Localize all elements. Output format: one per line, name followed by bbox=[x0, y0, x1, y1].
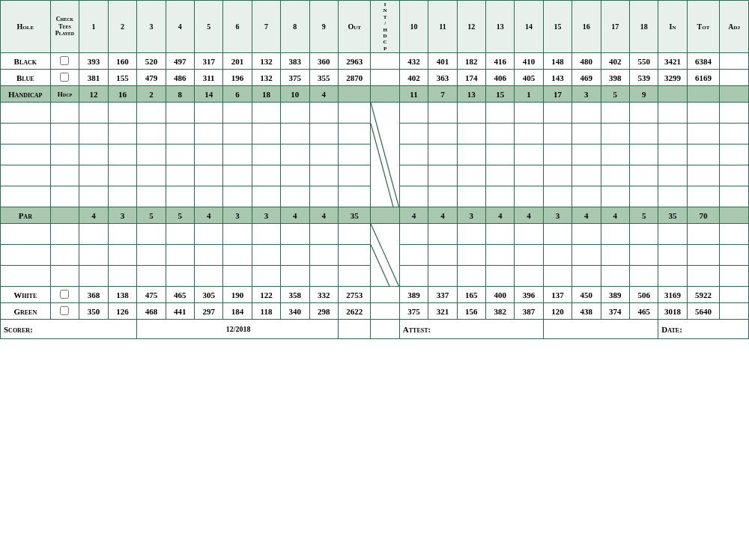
blue-2: 155 bbox=[108, 70, 136, 86]
par-check bbox=[50, 207, 79, 224]
attest-label: Attest: bbox=[399, 320, 543, 339]
green-3: 468 bbox=[137, 303, 166, 320]
handicap-2: 16 bbox=[108, 86, 136, 103]
hole-9-header: 9 bbox=[309, 1, 338, 53]
handicap-9: 4 bbox=[309, 86, 338, 103]
par-9: 4 bbox=[309, 207, 338, 224]
player-row-1 bbox=[1, 103, 749, 124]
white-checkbox-cell[interactable] bbox=[50, 287, 79, 303]
blue-16: 469 bbox=[572, 70, 601, 86]
handicap-row: Handicap Hdcp 12 16 2 8 14 6 18 10 4 11 … bbox=[1, 86, 749, 103]
white-1: 368 bbox=[79, 287, 108, 303]
white-11: 337 bbox=[428, 287, 457, 303]
date-label: Date: bbox=[658, 320, 749, 339]
date-center: 12/2018 bbox=[137, 320, 339, 339]
handicap-17: 5 bbox=[601, 86, 629, 103]
black-4: 497 bbox=[166, 53, 194, 70]
par-2: 3 bbox=[108, 207, 136, 224]
hole-12-header: 12 bbox=[457, 1, 485, 53]
handicap-label: Handicap bbox=[1, 86, 51, 103]
hole-8-header: 8 bbox=[281, 1, 309, 53]
green-11: 321 bbox=[428, 303, 457, 320]
black-15: 148 bbox=[543, 53, 571, 70]
black-17: 402 bbox=[601, 53, 629, 70]
blue-18: 539 bbox=[629, 70, 658, 86]
green-9: 298 bbox=[309, 303, 338, 320]
handicap-hdcp: Hdcp bbox=[50, 86, 79, 103]
handicap-1: 12 bbox=[79, 86, 108, 103]
blue-7: 132 bbox=[252, 70, 280, 86]
green-in: 3018 bbox=[658, 303, 687, 320]
black-checkbox[interactable] bbox=[60, 56, 69, 65]
handicap-7: 18 bbox=[252, 86, 280, 103]
green-tee-row: Green 350 126 468 441 297 184 118 340 29… bbox=[1, 303, 749, 320]
green-14: 387 bbox=[515, 303, 543, 320]
par-12: 3 bbox=[457, 207, 485, 224]
hole-7-header: 7 bbox=[252, 1, 280, 53]
handicap-out bbox=[338, 86, 371, 103]
black-7: 132 bbox=[252, 53, 280, 70]
white-out: 2753 bbox=[338, 287, 371, 303]
green-label: Green bbox=[1, 303, 51, 320]
par-8: 4 bbox=[281, 207, 309, 224]
hole-11-header: 11 bbox=[428, 1, 457, 53]
white-10: 389 bbox=[399, 287, 428, 303]
green-5: 297 bbox=[194, 303, 222, 320]
white-adj bbox=[720, 287, 749, 303]
handicap-4: 8 bbox=[166, 86, 194, 103]
handicap-6: 6 bbox=[223, 86, 252, 103]
blue-11: 363 bbox=[428, 70, 457, 86]
footer-blank3 bbox=[543, 320, 658, 339]
par-tot: 70 bbox=[687, 207, 720, 224]
green-10: 375 bbox=[399, 303, 428, 320]
white-checkbox[interactable] bbox=[60, 290, 69, 299]
check-tees-header: CheckTeesPlayed bbox=[50, 1, 79, 53]
hole-1-header: 1 bbox=[79, 1, 108, 53]
green-8: 340 bbox=[281, 303, 309, 320]
black-2: 160 bbox=[108, 53, 136, 70]
handicap-5: 14 bbox=[194, 86, 222, 103]
hole-15-header: 15 bbox=[543, 1, 571, 53]
green-adj bbox=[720, 303, 749, 320]
blue-tot: 6169 bbox=[687, 70, 720, 86]
black-checkbox-cell[interactable] bbox=[50, 53, 79, 70]
green-12: 156 bbox=[457, 303, 485, 320]
green-16: 438 bbox=[572, 303, 601, 320]
white-in: 3169 bbox=[658, 287, 687, 303]
blue-1: 381 bbox=[79, 70, 108, 86]
tot-header: Tot bbox=[687, 1, 720, 53]
white-14: 396 bbox=[515, 287, 543, 303]
blue-17: 398 bbox=[601, 70, 629, 86]
blue-checkbox[interactable] bbox=[60, 73, 69, 82]
blue-in: 3299 bbox=[658, 70, 687, 86]
blue-10: 402 bbox=[399, 70, 428, 86]
white-2: 138 bbox=[108, 287, 136, 303]
handicap-11: 7 bbox=[428, 86, 457, 103]
player-row-6 bbox=[1, 224, 749, 245]
green-4: 441 bbox=[166, 303, 194, 320]
svg-line-1 bbox=[371, 124, 398, 207]
green-checkbox-cell[interactable] bbox=[50, 303, 79, 320]
blue-6: 196 bbox=[223, 70, 252, 86]
black-tot: 6384 bbox=[687, 53, 720, 70]
out-header: Out bbox=[338, 1, 371, 53]
blue-label: Blue bbox=[1, 70, 51, 86]
handicap-13: 15 bbox=[486, 86, 515, 103]
par-7: 3 bbox=[252, 207, 280, 224]
blue-checkbox-cell[interactable] bbox=[50, 70, 79, 86]
black-6: 201 bbox=[223, 53, 252, 70]
par-14: 4 bbox=[515, 207, 543, 224]
green-checkbox[interactable] bbox=[60, 306, 69, 315]
white-3: 475 bbox=[137, 287, 166, 303]
blue-3: 479 bbox=[137, 70, 166, 86]
green-int bbox=[371, 303, 399, 320]
black-label: Black bbox=[1, 53, 51, 70]
svg-line-0 bbox=[371, 103, 398, 207]
par-out: 35 bbox=[338, 207, 371, 224]
handicap-18: 9 bbox=[629, 86, 658, 103]
hole-16-header: 16 bbox=[572, 1, 601, 53]
par-5: 4 bbox=[194, 207, 222, 224]
black-13: 416 bbox=[486, 53, 515, 70]
white-16: 450 bbox=[572, 287, 601, 303]
black-11: 401 bbox=[428, 53, 457, 70]
